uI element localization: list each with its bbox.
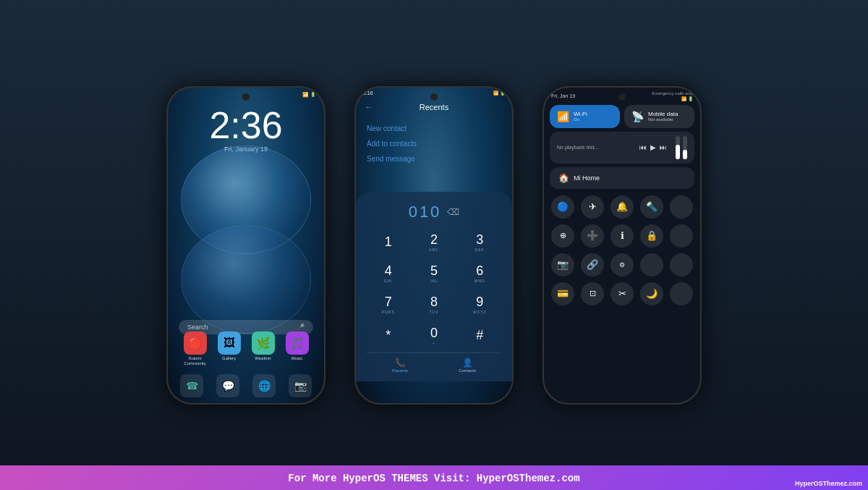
p3-wifi-label: Wi-Fi [574,111,587,117]
p3-control-grid-2: ⊕ ➕ ℹ 🔒 [544,221,700,250]
p3-media-text: No playback hist... [557,145,634,150]
p2-key-9[interactable]: 9 WXYZ [459,290,501,318]
p3-emergency-text: Emergency calls only [652,91,693,96]
bottom-banner: For More HyperOS THEMES Visit: HyperOSTh… [0,465,868,490]
p3-sliders [676,136,687,159]
bluetooth-icon: 🔵 [557,201,569,212]
p3-media-player: No playback hist... ⏮ ▶ ⏭ [550,132,694,164]
p3-control-grid-4: 💳 ⊡ ✂ 🌙 [544,279,700,308]
p2-key-2[interactable]: 2 ABC [412,228,455,256]
p2-key-5[interactable]: 5 JKL [412,259,455,287]
bell-icon: 🔔 [616,201,628,212]
p3-btn-cast[interactable]: ⊕ [551,224,574,248]
p2-keypad: 1 2 ABC 3 DEF 4 GHI [367,225,501,352]
p3-mobile-status: Not available [648,117,678,122]
flashlight-icon: 🔦 [646,201,658,212]
app-icon-music: 🎵 [286,331,309,355]
p3-btn-card[interactable]: 💳 [551,282,574,305]
p3-brightness-slider[interactable] [676,136,680,159]
info-icon: ℹ [621,230,624,241]
p3-btn-flashlight[interactable]: 🔦 [640,195,663,219]
p3-mobile-label: Mobile data [648,111,678,117]
p2-key-6[interactable]: 6 MNO [459,259,501,287]
p3-btn-empty4 [670,253,693,276]
app-music[interactable]: 🎵 Music [286,331,309,366]
p2-key-0[interactable]: 0 + [412,321,455,350]
app-icon-gallery: 🖼 [218,331,241,355]
p3-btn-health[interactable]: ➕ [581,224,604,248]
lock-icon: 🔒 [646,230,658,241]
dock-camera[interactable]: 📷 [289,374,312,397]
p3-btn-scissors[interactable]: ✂ [610,282,634,305]
mihome-icon: 🏠 [558,173,569,183]
p2-recents-label: Recents [392,368,408,373]
p2-header: ← Recents [356,96,512,115]
p3-status-bar: Fri, Jan 19 Emergency calls only 📶 🔋 [544,88,700,101]
phone3-screen: Fri, Jan 19 Emergency calls only 📶 🔋 📶 W… [544,88,700,403]
p3-btn-lock[interactable]: 🔒 [640,224,663,248]
p2-key-hash[interactable]: # [459,321,501,350]
p2-key-4[interactable]: 4 GHI [367,259,409,287]
p3-next-button[interactable]: ⏭ [660,143,667,151]
p3-mobile-tile[interactable]: 📡 Mobile data Not available [624,105,694,128]
p1-mic-icon[interactable]: 🎤 [297,324,305,331]
bubble-bottom [181,225,311,334]
p3-btn-airplane[interactable]: ✈ [581,195,604,219]
p1-search-label: Search [187,324,208,331]
p2-title: Recents [420,103,448,111]
p1-status-icons: 📶 🔋 [302,92,315,98]
p3-btn-bluetooth[interactable]: 🔵 [551,195,574,219]
p2-recent-new-contact[interactable]: New contact [367,121,501,136]
p1-big-time: 2:36 [168,106,324,144]
p2-delete-button[interactable]: ⌫ [447,207,459,217]
dots-icon: ⚙ [619,261,625,269]
p2-nav-contacts[interactable]: 👤 Contacts [459,358,476,373]
p3-btn-link[interactable]: 🔗 [581,253,604,276]
app-gallery[interactable]: 🖼 Gallery [218,331,241,366]
p2-recent-send-message[interactable]: Send message [367,151,501,166]
p3-volume-slider[interactable] [683,136,687,159]
p2-recent-add-contacts[interactable]: Add to contacts [367,136,501,151]
p3-wifi-tile[interactable]: 📶 Wi-Fi On [550,105,620,128]
p2-key-8[interactable]: 8 TUV [412,290,455,318]
p3-prev-button[interactable]: ⏮ [639,143,647,151]
scan-icon: ⊡ [590,289,596,298]
app-xiaomi-community[interactable]: 🔴 XiaomiCommunity [184,331,207,366]
app-weather[interactable]: 🌿 Weather [252,331,275,366]
dock-chrome[interactable]: 🌐 [252,374,276,397]
p2-contacts-icon: 👤 [462,358,473,368]
banner-text: For More HyperOS THEMES Visit: HyperOSTh… [288,473,579,484]
link-icon: 🔗 [587,259,598,270]
p3-btn-camera[interactable]: 📷 [551,253,574,276]
p2-status-icons: 📶 🔋 [493,90,505,96]
p3-btn-dots[interactable]: ⚙ [610,253,634,276]
p2-back-button[interactable]: ← [365,102,373,112]
p3-btn-empty5 [670,282,693,305]
watermark-text: HyperOSThemez.com [795,480,862,487]
p3-btn-info[interactable]: ℹ [610,224,634,248]
dock-phone[interactable]: ☎ [180,374,203,397]
p1-apps-grid: 🔴 XiaomiCommunity 🖼 Gallery 🌿 Weather [168,331,324,366]
p2-bottom-bar: 📞 Recents 👤 Contacts [367,352,501,374]
p3-btn-moon[interactable]: 🌙 [640,282,663,305]
p2-dialer: 010 ⌫ 1 2 ABC 3 DEF [356,192,512,381]
p3-control-grid-3: 📷 🔗 ⚙ [544,250,700,279]
p3-play-button[interactable]: ▶ [650,143,656,151]
p2-number-display: 010 ⌫ [367,199,501,225]
p3-top-tiles: 📶 Wi-Fi On 📡 Mobile data Not available [544,101,700,132]
dock-chrome-icon: 🌐 [258,380,271,392]
phone1-screen: 2:36 📶 🔋 2:36 Fri, January 19 Search 🎤 [168,88,324,403]
watermark: HyperOSThemez.com [795,480,862,487]
p3-btn-scan[interactable]: ⊡ [581,282,604,305]
p2-recents-icon: 📞 [395,358,406,368]
p3-mihome[interactable]: 🏠 Mi Home [550,167,694,189]
p2-key-3[interactable]: 3 DEF [459,228,501,256]
p3-btn-bell[interactable]: 🔔 [610,195,634,219]
dock-messages[interactable]: 💬 [216,374,239,397]
p2-nav-recents[interactable]: 📞 Recents [392,358,408,373]
p2-key-7[interactable]: 7 PQRS [367,290,409,318]
p2-key-star[interactable]: * [367,321,409,350]
p3-control-grid-1: 🔵 ✈ 🔔 🔦 [544,193,700,221]
p2-key-1[interactable]: 1 [367,228,409,256]
phone2-screen: 8:16 📶 🔋 ← Recents New contact Add to co… [356,88,512,403]
